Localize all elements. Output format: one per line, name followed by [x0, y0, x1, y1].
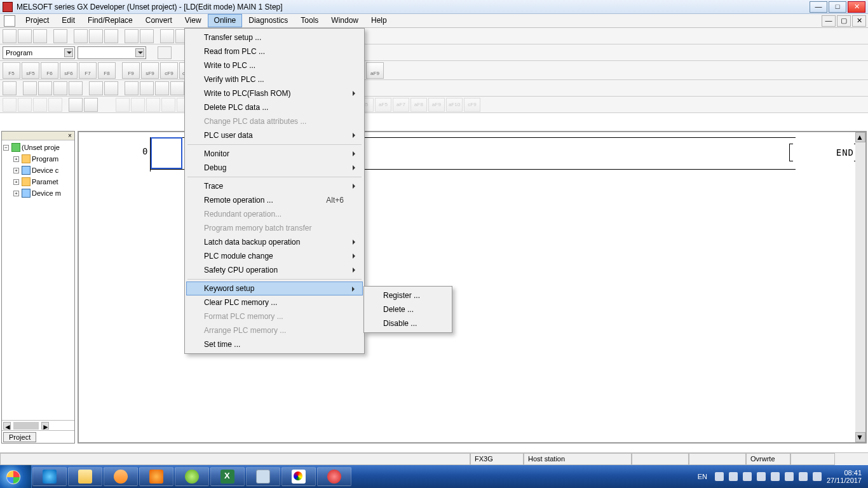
- sfc-cf9[interactable]: cF9: [464, 98, 480, 112]
- ladder-nc-inv-btn[interactable]: sF6: [60, 62, 78, 79]
- mon-btn-5[interactable]: [69, 98, 83, 112]
- menu-view[interactable]: View: [179, 14, 208, 27]
- tray-help-icon[interactable]: [715, 472, 724, 481]
- menu-item-plc-user-data[interactable]: PLC user data: [186, 128, 363, 142]
- taskbar-explorer[interactable]: [68, 467, 102, 486]
- tree-expand-icon[interactable]: +: [13, 156, 19, 162]
- edit-btn-7[interactable]: [104, 81, 118, 95]
- menu-edit[interactable]: Edit: [55, 14, 81, 27]
- sfc-btn-3[interactable]: [146, 98, 160, 112]
- taskbar-red-app[interactable]: [317, 467, 351, 486]
- sfc-btn-2[interactable]: [131, 98, 145, 112]
- menu-item-read-from-plc[interactable]: Read from PLC ...: [186, 44, 363, 58]
- system-tray[interactable]: EN 08:41 27/11/2017: [695, 469, 864, 484]
- menu-item-safety-cpu-operation[interactable]: Safety CPU operation: [186, 263, 363, 277]
- menu-item-transfer-setup[interactable]: Transfer setup ...: [186, 30, 363, 44]
- secondary-combo[interactable]: [78, 46, 146, 59]
- menu-item-write-to-plc-flash-rom[interactable]: Write to PLC(Flash ROM): [186, 86, 363, 100]
- menu-online[interactable]: Online: [208, 14, 243, 27]
- taskbar-paint[interactable]: [281, 467, 316, 486]
- taskbar-ie[interactable]: [32, 467, 67, 486]
- tray-update-icon[interactable]: [743, 472, 752, 481]
- menu-item-remote-operation[interactable]: Remote operation ...Alt+6: [186, 193, 363, 207]
- tree-expand-icon[interactable]: +: [13, 168, 19, 173]
- tray-clock[interactable]: 08:41 27/11/2017: [827, 469, 864, 484]
- menu-item-delete-plc-data[interactable]: Delete PLC data ...: [186, 100, 363, 114]
- submenu-item-register[interactable]: Register ...: [365, 288, 451, 302]
- taskbar-green-app[interactable]: [175, 467, 209, 486]
- project-tree[interactable]: − (Unset proje +Program+Device c+Paramet…: [2, 140, 74, 420]
- tray-battery-icon[interactable]: [799, 472, 808, 481]
- menu-convert[interactable]: Convert: [139, 14, 179, 27]
- menu-item-keyword-setup[interactable]: Keyword setup: [186, 281, 363, 295]
- ladder-hline-btn[interactable]: F9: [122, 62, 140, 79]
- cut-button[interactable]: [74, 29, 88, 43]
- mon-btn-2[interactable]: [18, 98, 32, 112]
- undo-button[interactable]: [125, 29, 139, 43]
- edit-btn-6[interactable]: [89, 81, 103, 95]
- paste-button[interactable]: [104, 29, 118, 43]
- edit-btn-9[interactable]: [140, 81, 154, 95]
- menu-window[interactable]: Window: [325, 14, 365, 27]
- find-button[interactable]: [160, 29, 174, 43]
- mdi-close-button[interactable]: ✕: [852, 15, 866, 27]
- ladder-af9-btn[interactable]: aF9: [366, 62, 384, 79]
- edit-btn-8[interactable]: [125, 81, 139, 95]
- tree-item[interactable]: +Program: [3, 153, 73, 165]
- mdi-restore-button[interactable]: ▢: [837, 15, 851, 27]
- panel-close-button[interactable]: ×: [65, 132, 74, 140]
- edit-btn-5[interactable]: [69, 81, 83, 95]
- ladder-nc-btn[interactable]: F6: [41, 62, 58, 79]
- edit-btn-11[interactable]: [170, 81, 184, 95]
- taskbar-firefox[interactable]: [139, 467, 173, 486]
- submenu-item-disable[interactable]: Disable ...: [365, 316, 451, 330]
- tree-expand-icon[interactable]: +: [13, 191, 19, 196]
- tray-flag-icon[interactable]: [729, 472, 738, 481]
- tree-expand-icon[interactable]: +: [13, 179, 19, 185]
- menu-item-monitor[interactable]: Monitor: [186, 147, 363, 161]
- menu-project[interactable]: Project: [19, 14, 55, 27]
- taskbar-excel[interactable]: [210, 467, 245, 486]
- sfc-af5[interactable]: aF5: [375, 98, 391, 112]
- copy-button[interactable]: [89, 29, 103, 43]
- tray-network-icon[interactable]: [757, 472, 766, 481]
- project-tab[interactable]: Project: [3, 432, 36, 442]
- tree-item[interactable]: +Paramet: [3, 176, 73, 187]
- sfc-af10[interactable]: aF10: [446, 98, 463, 112]
- taskbar-media[interactable]: [104, 467, 138, 486]
- start-button[interactable]: [0, 465, 32, 488]
- menu-item-write-to-plc[interactable]: Write to PLC ...: [186, 58, 363, 72]
- ladder-vline-btn[interactable]: sF9: [141, 62, 159, 79]
- mdi-minimize-button[interactable]: —: [822, 15, 836, 27]
- print-button[interactable]: [53, 29, 67, 43]
- edit-btn-4[interactable]: [53, 81, 67, 95]
- editor-vscroll[interactable]: ▲▼: [855, 132, 865, 442]
- tray-av-icon[interactable]: [813, 472, 822, 481]
- sfc-af8[interactable]: aF8: [410, 98, 427, 112]
- menu-item-verify-with-plc[interactable]: Verify with PLC ...: [186, 72, 363, 86]
- edit-btn-2[interactable]: [23, 81, 37, 95]
- edit-btn-1[interactable]: [3, 81, 17, 95]
- language-indicator[interactable]: EN: [695, 471, 710, 482]
- menu-help[interactable]: Help: [365, 14, 393, 27]
- edit-btn-3[interactable]: [38, 81, 52, 95]
- ladder-appl-btn[interactable]: F8: [98, 62, 116, 79]
- mon-btn-6[interactable]: [84, 98, 98, 112]
- edit-btn-10[interactable]: [155, 81, 169, 95]
- menu-item-trace[interactable]: Trace: [186, 179, 363, 193]
- submenu-item-delete[interactable]: Delete ...: [365, 302, 451, 316]
- tree-item[interactable]: +Device m: [3, 187, 73, 199]
- taskbar-gx[interactable]: [246, 467, 280, 486]
- menu-item-clear-plc-memory[interactable]: Clear PLC memory ...: [186, 295, 363, 309]
- menu-diagnostics[interactable]: Diagnostics: [242, 14, 294, 27]
- sfc-af9[interactable]: aF9: [428, 98, 445, 112]
- combo-aux-button[interactable]: [158, 46, 172, 59]
- mode-combo[interactable]: Program: [3, 46, 75, 59]
- panel-hscroll[interactable]: ◄ ►: [2, 420, 74, 430]
- tree-collapse-icon[interactable]: −: [3, 145, 9, 151]
- ladder-no-btn[interactable]: F5: [3, 62, 20, 79]
- tree-item[interactable]: +Device c: [3, 165, 73, 176]
- new-button[interactable]: [3, 29, 17, 43]
- save-button[interactable]: [33, 29, 47, 43]
- mon-btn-4[interactable]: [48, 98, 62, 112]
